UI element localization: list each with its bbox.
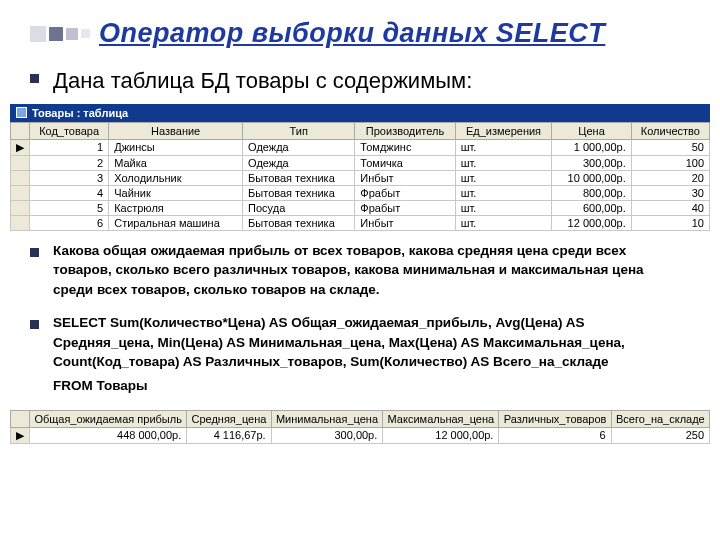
table-cell: Бытовая техника [243,185,355,200]
title-row: Оператор выборки данных SELECT [30,18,690,49]
products-table: Код_товара Название Тип Производитель Ед… [10,122,710,231]
col-header: Ед_измерения [455,122,552,139]
deco-square [49,27,63,41]
table-row: 5КастрюляПосудаФрабытшт.600,00р.40 [11,200,710,215]
question-text: Какова общая ожидаемая прибыль от всех т… [53,241,690,300]
table-cell: 2 [30,155,109,170]
table-cell: Томджинс [355,139,455,155]
sql-from: FROM Товары [53,376,690,396]
table-cell: 3 [30,170,109,185]
table-cell: Фрабыт [355,200,455,215]
row-selector [11,200,30,215]
col-header: Название [109,122,243,139]
table-cell: 800,00р. [552,185,631,200]
res-cell: 300,00р. [271,427,383,443]
res-cell: 6 [499,427,611,443]
table-cell: 1 [30,139,109,155]
res-cell: 448 000,00р. [30,427,187,443]
deco-square [66,28,78,40]
table-cell: Джинсы [109,139,243,155]
table-cell: 30 [631,185,709,200]
table-cell: шт. [455,185,552,200]
window-titlebar: Товары : таблица [10,104,710,122]
products-table-window: Товары : таблица Код_товара Название Тип… [10,104,710,231]
col-header: Количество [631,122,709,139]
table-cell: 1 000,00р. [552,139,631,155]
table-cell: 300,00р. [552,155,631,170]
table-cell: 50 [631,139,709,155]
table-row: 4ЧайникБытовая техникаФрабытшт.800,00р.3… [11,185,710,200]
table-row: 6Стиральная машинаБытовая техникаИнбытшт… [11,215,710,230]
subtitle-row: Дана таблица БД товары с содержимым: [30,67,690,96]
table-cell: шт. [455,170,552,185]
table-row: ▶1ДжинсыОдеждаТомджинсшт.1 000,00р.50 [11,139,710,155]
table-cell: Стиральная машина [109,215,243,230]
res-cell: 12 000,00р. [383,427,499,443]
row-selector [11,215,30,230]
table-cell: Фрабыт [355,185,455,200]
table-cell: 4 [30,185,109,200]
row-marker-icon: ▶ [11,427,30,443]
sql-select: SELECT Sum(Количество*Цена) AS Общая_ожи… [53,313,690,372]
row-selector [11,170,30,185]
row-selector-header [11,410,30,427]
sql-row: SELECT Sum(Количество*Цена) AS Общая_ожи… [30,313,690,372]
res-col-header: Максимальная_цена [383,410,499,427]
deco-square [30,26,46,42]
col-header: Код_товара [30,122,109,139]
bullet-icon [30,320,39,329]
table-cell: шт. [455,139,552,155]
res-col-header: Различных_товаров [499,410,611,427]
table-cell: 5 [30,200,109,215]
subtitle: Дана таблица БД товары с содержимым: [53,67,472,96]
deco-square [81,29,90,38]
res-col-header: Общая_ожидаемая прибыль [30,410,187,427]
table-cell: 20 [631,170,709,185]
row-selector: ▶ [11,139,30,155]
window-caption: Товары : таблица [32,107,128,119]
table-cell: 12 000,00р. [552,215,631,230]
result-table: Общая_ожидаемая прибыль Средняя_цена Мин… [10,410,710,444]
row-selector [11,185,30,200]
slide-title: Оператор выборки данных SELECT [99,18,605,49]
table-cell: Кастрюля [109,200,243,215]
table-cell: Томичка [355,155,455,170]
table-cell: 600,00р. [552,200,631,215]
table-cell: Инбыт [355,170,455,185]
res-col-header: Всего_на_складе [611,410,709,427]
result-table-wrap: Общая_ожидаемая прибыль Средняя_цена Мин… [10,410,710,444]
row-selector [11,155,30,170]
question-row: Какова общая ожидаемая прибыль от всех т… [30,241,690,300]
table-cell: Бытовая техника [243,215,355,230]
res-cell: 250 [611,427,709,443]
res-col-header: Средняя_цена [187,410,271,427]
table-row: 3ХолодильникБытовая техникаИнбытшт.10 00… [11,170,710,185]
col-header: Производитель [355,122,455,139]
table-cell: 40 [631,200,709,215]
table-cell: 100 [631,155,709,170]
table-cell: шт. [455,200,552,215]
table-cell: Бытовая техника [243,170,355,185]
table-cell: Чайник [109,185,243,200]
res-col-header: Минимальная_цена [271,410,383,427]
table-cell: Посуда [243,200,355,215]
table-cell: 10 [631,215,709,230]
table-row: 2МайкаОдеждаТомичкашт.300,00р.100 [11,155,710,170]
res-cell: 4 116,67р. [187,427,271,443]
col-header: Цена [552,122,631,139]
bullet-icon [30,74,39,83]
bullet-icon [30,248,39,257]
table-cell: Майка [109,155,243,170]
table-cell: Одежда [243,139,355,155]
table-cell: Инбыт [355,215,455,230]
table-cell: шт. [455,155,552,170]
col-header: Тип [243,122,355,139]
table-cell: шт. [455,215,552,230]
result-row: ▶ 448 000,00р. 4 116,67р. 300,00р. 12 00… [11,427,710,443]
table-cell: 10 000,00р. [552,170,631,185]
table-cell: Одежда [243,155,355,170]
table-cell: Холодильник [109,170,243,185]
table-cell: 6 [30,215,109,230]
table-icon [16,107,27,118]
row-selector-header [11,122,30,139]
